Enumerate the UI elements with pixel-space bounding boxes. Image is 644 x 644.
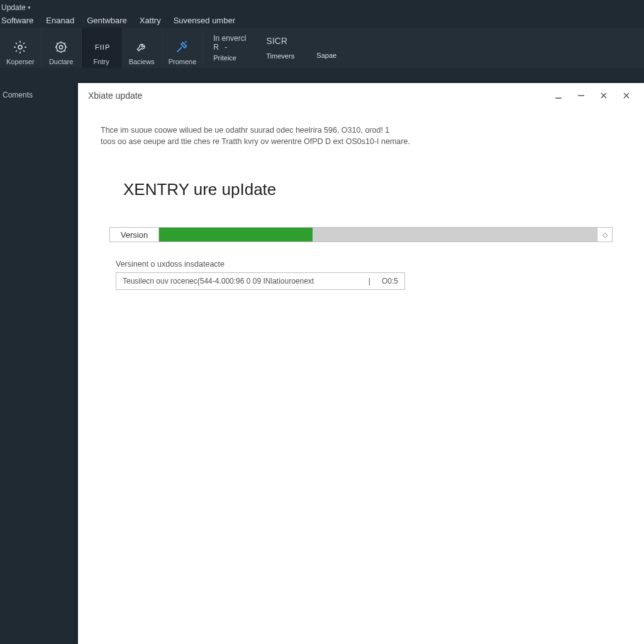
menu-gentwbare[interactable]: Gentwbare bbox=[80, 14, 133, 26]
ribbon-timevers[interactable]: SICR Timevers bbox=[256, 28, 306, 68]
wrench-icon bbox=[133, 39, 150, 55]
ribbon-text-line2: R - bbox=[213, 43, 229, 52]
details-separator: | bbox=[369, 277, 370, 286]
menu-bar: Software Enanad Gentwbare Xattry Suvense… bbox=[0, 13, 644, 28]
ribbon-priteice[interactable]: In envercl R - Priteice bbox=[203, 28, 256, 68]
target-icon bbox=[11, 39, 29, 55]
svg-point-0 bbox=[18, 45, 22, 49]
sidebar-label: Coments bbox=[3, 91, 33, 99]
progress-label: Version bbox=[110, 228, 159, 242]
dropdown-caret-icon: ▾ bbox=[28, 4, 31, 11]
hammer-icon bbox=[174, 39, 191, 55]
ribbon-sapae[interactable]: Sapae bbox=[306, 28, 357, 68]
window-titlebar: Xbiate update bbox=[78, 83, 644, 108]
minimize-button[interactable] bbox=[547, 84, 570, 107]
menu-xattry[interactable]: Xattry bbox=[133, 14, 167, 26]
ribbon-label: Sapae bbox=[316, 52, 336, 59]
ribbon-koperser[interactable]: Koperser bbox=[0, 28, 42, 68]
details-right: O0:5 bbox=[382, 277, 398, 286]
menu-software[interactable]: Software bbox=[1, 14, 40, 26]
close-button[interactable] bbox=[592, 84, 615, 107]
ribbon-label: Ductare bbox=[49, 58, 74, 65]
ribbon-text-line2: SICR bbox=[266, 36, 287, 46]
menu-enanad[interactable]: Enanad bbox=[40, 14, 80, 26]
ribbon-promene[interactable]: Promene bbox=[162, 28, 204, 68]
details-left: Teusilecn ouv rocenec(544-4.000:96 0 09 … bbox=[123, 277, 314, 286]
update-heading: XENTRY ure upIdate bbox=[123, 180, 619, 199]
restore-button[interactable] bbox=[570, 84, 592, 107]
ribbon-label: Koperser bbox=[6, 58, 35, 65]
ribbon-label: Baciews bbox=[129, 58, 155, 65]
menu-suvensed[interactable]: Suvensed umber bbox=[167, 14, 242, 26]
ribbon-text-line1: In envercl bbox=[213, 34, 246, 43]
update-window: Xbiate update Thce im suoue coowe wilued… bbox=[78, 83, 644, 644]
svg-point-2 bbox=[57, 43, 66, 52]
details-box: Teusilecn ouv rocenec(544-4.000:96 0 09 … bbox=[116, 272, 405, 290]
details-subheading: Versinent o uxdoss insdateacte bbox=[116, 260, 613, 269]
ribbon-label: Timevers bbox=[266, 52, 294, 60]
progress-endcap-icon: ◇ bbox=[597, 228, 612, 242]
ribbon-label: Fntry bbox=[94, 58, 109, 65]
ribbon-baciews[interactable]: Baciews bbox=[122, 28, 162, 68]
close-button-secondary[interactable] bbox=[615, 84, 638, 107]
window-title: Xbiate update bbox=[88, 91, 142, 101]
message-line-1: Thce im suoue coowe wilued be ue odathr … bbox=[101, 125, 491, 136]
progress-track bbox=[159, 228, 597, 242]
ribbon-toolbar: Koperser Ductare FIIP Fntry Baciews bbox=[0, 28, 644, 68]
app-title: Update bbox=[1, 3, 26, 12]
progress-row: Version ◇ bbox=[109, 227, 613, 242]
svg-point-1 bbox=[59, 45, 63, 49]
ribbon-subtext: FIIP bbox=[95, 43, 110, 51]
ribbon-label: Priteice bbox=[213, 54, 236, 62]
message-line-2: toos oo ase oeupe ard ttie ches re Tratt… bbox=[101, 136, 491, 147]
gear-icon bbox=[52, 39, 70, 55]
progress-fill bbox=[159, 228, 313, 242]
monitor-icon: FIIP bbox=[92, 39, 110, 55]
ribbon-ductare[interactable]: Ductare bbox=[42, 28, 82, 68]
ribbon-label: Promene bbox=[169, 58, 197, 65]
ribbon-fntry[interactable]: FIIP Fntry bbox=[82, 28, 122, 68]
